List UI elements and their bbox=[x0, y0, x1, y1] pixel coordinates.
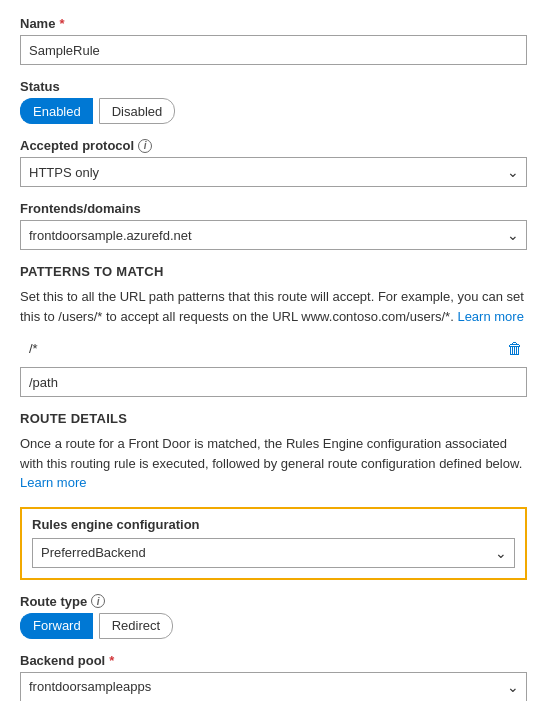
rules-engine-select[interactable]: PreferredBackend bbox=[32, 538, 515, 568]
route-title: ROUTE DETAILS bbox=[20, 411, 527, 426]
rules-engine-label: Rules engine configuration bbox=[32, 517, 515, 532]
patterns-title: PATTERNS TO MATCH bbox=[20, 264, 527, 279]
status-disabled-button[interactable]: Disabled bbox=[99, 98, 176, 124]
route-desc: Once a route for a Front Door is matched… bbox=[20, 434, 527, 493]
route-desc-text: Once a route for a Front Door is matched… bbox=[20, 436, 522, 471]
status-label-text: Status bbox=[20, 79, 60, 94]
patterns-desc: Set this to all the URL path patterns th… bbox=[20, 287, 527, 326]
protocol-label: Accepted protocol i bbox=[20, 138, 527, 153]
rules-engine-select-wrapper: PreferredBackend ⌄ bbox=[32, 538, 515, 568]
frontends-field-group: Frontends/domains frontdoorsample.azuref… bbox=[20, 201, 527, 250]
route-type-redirect-button[interactable]: Redirect bbox=[99, 613, 173, 639]
pattern-input[interactable] bbox=[20, 367, 527, 397]
pattern-row: /* 🗑 bbox=[20, 336, 527, 361]
patterns-learn-more-link[interactable]: Learn more bbox=[457, 309, 523, 324]
backend-pool-label-text: Backend pool bbox=[20, 653, 105, 668]
status-field-group: Status Enabled Disabled bbox=[20, 79, 527, 124]
protocol-select-wrapper: HTTPS only ⌄ bbox=[20, 157, 527, 187]
backend-pool-select-wrapper: frontdoorsampleapps ⌄ bbox=[20, 672, 527, 702]
protocol-info-icon[interactable]: i bbox=[138, 139, 152, 153]
name-field-group: Name * bbox=[20, 16, 527, 65]
frontends-label: Frontends/domains bbox=[20, 201, 527, 216]
backend-pool-required-star: * bbox=[109, 653, 114, 668]
frontends-select[interactable]: frontdoorsample.azurefd.net bbox=[20, 220, 527, 250]
patterns-section: PATTERNS TO MATCH Set this to all the UR… bbox=[20, 264, 527, 397]
protocol-field-group: Accepted protocol i HTTPS only ⌄ bbox=[20, 138, 527, 187]
patterns-desc-text: Set this to all the URL path patterns th… bbox=[20, 289, 524, 324]
route-learn-more-link[interactable]: Learn more bbox=[20, 475, 86, 490]
route-type-label-text: Route type bbox=[20, 594, 87, 609]
status-enabled-button[interactable]: Enabled bbox=[20, 98, 93, 124]
protocol-select[interactable]: HTTPS only bbox=[20, 157, 527, 187]
status-toggle: Enabled Disabled bbox=[20, 98, 527, 124]
frontends-select-wrapper: frontdoorsample.azurefd.net ⌄ bbox=[20, 220, 527, 250]
route-type-forward-button[interactable]: Forward bbox=[20, 613, 93, 639]
name-label: Name * bbox=[20, 16, 527, 31]
name-input[interactable] bbox=[20, 35, 527, 65]
protocol-label-text: Accepted protocol bbox=[20, 138, 134, 153]
rules-engine-box: Rules engine configuration PreferredBack… bbox=[20, 507, 527, 580]
pattern-item-text: /* bbox=[20, 336, 495, 361]
route-type-label: Route type i bbox=[20, 594, 527, 609]
route-type-field-group: Route type i Forward Redirect bbox=[20, 594, 527, 639]
name-label-text: Name bbox=[20, 16, 55, 31]
name-required-star: * bbox=[59, 16, 64, 31]
backend-pool-select[interactable]: frontdoorsampleapps bbox=[20, 672, 527, 702]
backend-pool-field-group: Backend pool * frontdoorsampleapps ⌄ bbox=[20, 653, 527, 702]
route-type-info-icon[interactable]: i bbox=[91, 594, 105, 608]
delete-pattern-icon[interactable]: 🗑 bbox=[503, 338, 527, 360]
frontends-label-text: Frontends/domains bbox=[20, 201, 141, 216]
backend-pool-label: Backend pool * bbox=[20, 653, 527, 668]
status-label: Status bbox=[20, 79, 527, 94]
route-section: ROUTE DETAILS Once a route for a Front D… bbox=[20, 411, 527, 493]
route-type-toggle: Forward Redirect bbox=[20, 613, 527, 639]
